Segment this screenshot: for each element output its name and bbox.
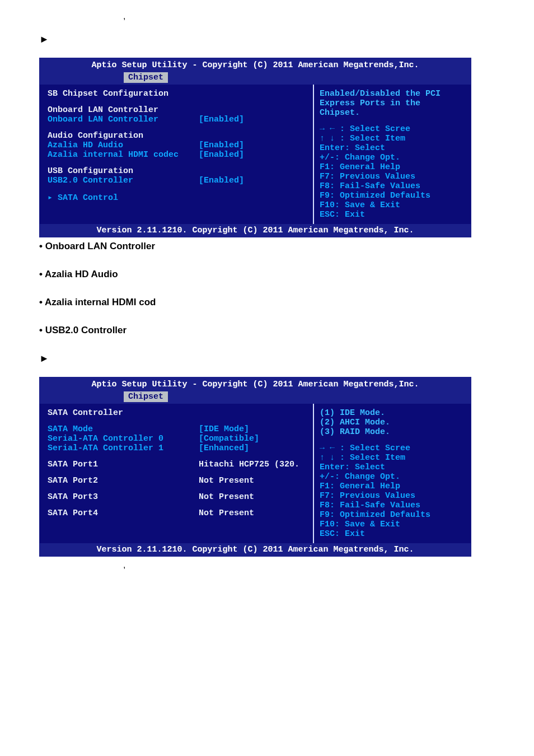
item-label: SATA Port3 xyxy=(48,492,199,502)
item-label: SATA Port1 xyxy=(48,460,199,469)
help-line: Enter: Select xyxy=(320,143,465,153)
item-label: Azalia internal HDMI codec xyxy=(48,150,199,160)
submenu-link[interactable]: ▸ SATA Control xyxy=(48,192,305,203)
help-line: F8: Fail-Safe Values xyxy=(320,501,465,510)
section-heading: Onboard LAN Controller xyxy=(48,105,305,115)
item-label: Serial-ATA Controller 0 xyxy=(48,434,199,444)
item-label: SATA Mode xyxy=(48,424,199,434)
bios-item[interactable]: Serial-ATA Controller 0[Compatible] xyxy=(48,434,305,444)
submenu-arrow: ► xyxy=(39,34,495,45)
section-heading: SB Chipset Configuration xyxy=(48,89,305,99)
bios-help-pane: (1) IDE Mode. (2) AHCI Mode. (3) RAID Mo… xyxy=(313,404,471,543)
tab-chipset[interactable]: Chipset xyxy=(124,391,168,402)
item-help-text: Enabled/Disabled the PCI Express Ports i… xyxy=(320,89,465,118)
help-line: ESC: Exit xyxy=(320,210,465,220)
help-line: +/-: Change Opt. xyxy=(320,153,465,162)
help-line: ↑ ↓ : Select Item xyxy=(320,134,465,143)
bios-port: SATA Port2Not Present xyxy=(48,476,305,486)
bios-title: Aptio Setup Utility - Copyright (C) 2011… xyxy=(40,377,471,391)
stray-comma: , xyxy=(123,11,125,21)
bullet-item: Azalia HD Audio xyxy=(39,269,495,280)
bios-left-pane: SB Chipset Configuration Onboard LAN Con… xyxy=(40,85,313,224)
help-line: F7: Previous Values xyxy=(320,491,465,501)
bios-item[interactable]: Azalia internal HDMI codec[Enabled] xyxy=(48,150,305,160)
help-line: F10: Save & Exit xyxy=(320,520,465,529)
item-value: [Enabled] xyxy=(199,176,244,185)
item-value: Hitachi HCP725 (320. xyxy=(199,460,299,469)
bios-tab-row: Chipset xyxy=(40,391,471,404)
bios-item[interactable]: Onboard LAN Controller[Enabled] xyxy=(48,115,305,124)
bios-item[interactable]: Azalia HD Audio[Enabled] xyxy=(48,141,305,150)
help-line: ESC: Exit xyxy=(320,529,465,539)
bios-footer: Version 2.11.1210. Copyright (C) 2011 Am… xyxy=(40,543,471,556)
bios-item[interactable]: SATA Mode[IDE Mode] xyxy=(48,424,305,434)
bios-tab-row: Chipset xyxy=(40,72,471,85)
bullet-item: Onboard LAN Controller xyxy=(39,241,495,252)
item-label: USB2.0 Controller xyxy=(48,176,199,185)
help-line: F7: Previous Values xyxy=(320,172,465,181)
item-help-text: (3) RAID Mode. xyxy=(320,427,465,437)
bios-item[interactable]: USB2.0 Controller[Enabled] xyxy=(48,176,305,185)
item-help-text: (2) AHCI Mode. xyxy=(320,418,465,427)
item-label: Azalia HD Audio xyxy=(48,141,199,150)
item-value: Not Present xyxy=(199,492,254,502)
item-value: [Enabled] xyxy=(199,141,244,150)
bios-port: SATA Port3Not Present xyxy=(48,492,305,502)
bullet-item: USB2.0 Controller xyxy=(39,325,495,336)
item-value: [Enhanced] xyxy=(199,444,249,453)
help-line: ↑ ↓ : Select Item xyxy=(320,453,465,463)
bios-panel-sb-chipset: Aptio Setup Utility - Copyright (C) 2011… xyxy=(39,58,471,237)
item-value: [Enabled] xyxy=(199,115,244,124)
bios-title: Aptio Setup Utility - Copyright (C) 2011… xyxy=(40,58,471,72)
help-line: F9: Optimized Defaults xyxy=(320,191,465,200)
help-line: → ← : Select Scree xyxy=(320,124,465,134)
section-heading: SATA Controller xyxy=(48,408,305,418)
item-value: Not Present xyxy=(199,508,254,518)
help-line: F1: General Help xyxy=(320,482,465,491)
stray-comma: , xyxy=(123,560,125,570)
help-line: F8: Fail-Safe Values xyxy=(320,181,465,191)
item-value: [Compatible] xyxy=(199,434,259,444)
section-heading: USB Configuration xyxy=(48,166,305,176)
section-heading: Audio Configuration xyxy=(48,131,305,141)
item-value: [IDE Mode] xyxy=(199,424,249,434)
help-line: → ← : Select Scree xyxy=(320,444,465,453)
help-line: F1: General Help xyxy=(320,162,465,172)
bios-port: SATA Port1Hitachi HCP725 (320. xyxy=(48,460,305,469)
item-value: Not Present xyxy=(199,476,254,486)
help-line: +/-: Change Opt. xyxy=(320,472,465,482)
item-label: Serial-ATA Controller 1 xyxy=(48,444,199,453)
submenu-arrow: ► xyxy=(39,353,495,365)
bios-footer: Version 2.11.1210. Copyright (C) 2011 Am… xyxy=(40,224,471,237)
help-line: F10: Save & Exit xyxy=(320,200,465,210)
bios-help-pane: Enabled/Disabled the PCI Express Ports i… xyxy=(313,85,471,224)
item-value: [Enabled] xyxy=(199,150,244,160)
bios-left-pane: SATA Controller SATA Mode[IDE Mode] Seri… xyxy=(40,404,313,543)
bullet-item: Azalia internal HDMI cod xyxy=(39,297,495,308)
item-label: SATA Port2 xyxy=(48,476,199,486)
item-label: Onboard LAN Controller xyxy=(48,115,199,124)
tab-chipset[interactable]: Chipset xyxy=(124,72,168,83)
help-line: F9: Optimized Defaults xyxy=(320,510,465,520)
bios-item[interactable]: Serial-ATA Controller 1[Enhanced] xyxy=(48,444,305,453)
bios-port: SATA Port4Not Present xyxy=(48,508,305,518)
help-line: Enter: Select xyxy=(320,463,465,472)
option-bullets: Onboard LAN Controller Azalia HD Audio A… xyxy=(39,241,495,336)
item-help-text: (1) IDE Mode. xyxy=(320,408,465,418)
bios-panel-sata: Aptio Setup Utility - Copyright (C) 2011… xyxy=(39,377,471,557)
item-label: SATA Port4 xyxy=(48,508,199,518)
